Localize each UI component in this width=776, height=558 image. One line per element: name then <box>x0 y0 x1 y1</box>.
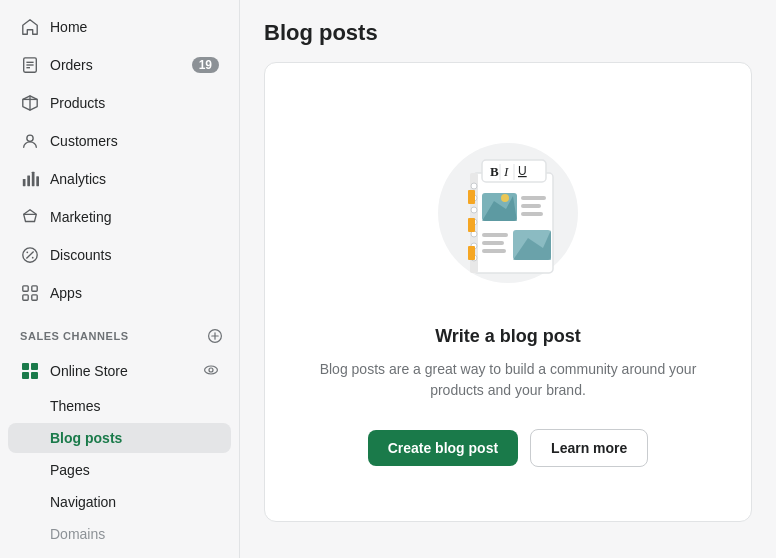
sub-nav-navigation[interactable]: Navigation <box>8 487 231 517</box>
svg-point-32 <box>471 183 477 189</box>
learn-more-button[interactable]: Learn more <box>530 429 648 467</box>
svg-point-15 <box>32 257 34 259</box>
svg-rect-48 <box>482 241 504 245</box>
svg-rect-23 <box>22 363 29 370</box>
sidebar-item-customers-label: Customers <box>50 133 118 149</box>
svg-rect-18 <box>23 295 28 300</box>
svg-point-28 <box>209 368 213 372</box>
svg-text:I: I <box>503 164 509 179</box>
marketing-icon <box>20 207 40 227</box>
sub-nav-preferences[interactable]: Preferences <box>8 551 231 558</box>
empty-state-card: B I U Write a blog post Blog posts are a… <box>264 62 752 522</box>
svg-point-34 <box>471 207 477 213</box>
empty-state-description: Blog posts are a great way to build a co… <box>318 359 698 401</box>
sidebar-item-discounts-label: Discounts <box>50 247 111 263</box>
sidebar-item-analytics[interactable]: Analytics <box>8 161 231 197</box>
svg-rect-42 <box>521 196 546 200</box>
sidebar-item-marketing[interactable]: Marketing <box>8 199 231 235</box>
customers-icon <box>20 131 40 151</box>
eye-icon[interactable] <box>203 362 219 381</box>
svg-rect-10 <box>32 172 35 186</box>
svg-text:B: B <box>490 164 499 179</box>
sidebar-item-orders-label: Orders <box>50 57 93 73</box>
sub-nav-navigation-label: Navigation <box>50 494 116 510</box>
orders-icon <box>20 55 40 75</box>
analytics-icon <box>20 169 40 189</box>
svg-rect-26 <box>31 372 38 379</box>
sales-channels-label: SALES CHANNELS <box>20 330 203 342</box>
sidebar-item-home-label: Home <box>50 19 87 35</box>
empty-state-title: Write a blog post <box>435 326 581 347</box>
blog-illustration: B I U <box>418 118 598 298</box>
page-title: Blog posts <box>264 20 752 46</box>
svg-rect-16 <box>23 286 28 291</box>
svg-rect-24 <box>31 363 38 370</box>
online-store-icon <box>20 361 40 381</box>
sub-nav-blog-posts-label: Blog posts <box>50 430 122 446</box>
sub-nav-pages-label: Pages <box>50 462 90 478</box>
svg-point-27 <box>205 366 218 374</box>
sidebar-item-apps-label: Apps <box>50 285 82 301</box>
sidebar-item-home[interactable]: Home <box>8 9 231 45</box>
main-content: Blog posts <box>240 0 776 558</box>
svg-rect-11 <box>36 176 39 186</box>
svg-rect-25 <box>22 372 29 379</box>
svg-point-7 <box>27 135 33 141</box>
orders-badge: 19 <box>192 57 219 73</box>
svg-rect-8 <box>23 179 26 186</box>
sidebar-item-analytics-label: Analytics <box>50 171 106 187</box>
home-icon <box>20 17 40 37</box>
svg-rect-19 <box>32 295 37 300</box>
svg-rect-56 <box>468 190 475 204</box>
sub-nav-domains-label: Domains <box>50 526 105 542</box>
create-blog-post-button[interactable]: Create blog post <box>368 430 518 466</box>
online-store-label: Online Store <box>50 363 128 379</box>
sub-nav-themes-label: Themes <box>50 398 101 414</box>
sub-nav: Themes Blog posts Pages Navigation Domai… <box>0 390 239 558</box>
sidebar-item-orders[interactable]: Orders 19 <box>8 47 231 83</box>
sub-nav-domains: Domains <box>8 519 231 549</box>
sidebar-item-marketing-label: Marketing <box>50 209 111 225</box>
sidebar-item-customers[interactable]: Customers <box>8 123 231 159</box>
svg-rect-47 <box>482 233 508 237</box>
discounts-icon <box>20 245 40 265</box>
svg-rect-58 <box>468 246 475 260</box>
svg-rect-17 <box>32 286 37 291</box>
apps-icon <box>20 283 40 303</box>
add-channel-button[interactable] <box>203 324 227 348</box>
sidebar-item-products[interactable]: Products <box>8 85 231 121</box>
products-icon <box>20 93 40 113</box>
sub-nav-blog-posts[interactable]: Blog posts <box>8 423 231 453</box>
sidebar-item-products-label: Products <box>50 95 105 111</box>
sidebar: Home Orders 19 Products <box>0 0 240 558</box>
svg-rect-43 <box>521 204 541 208</box>
svg-rect-44 <box>521 212 543 216</box>
sub-nav-themes[interactable]: Themes <box>8 391 231 421</box>
sidebar-item-discounts[interactable]: Discounts <box>8 237 231 273</box>
svg-point-41 <box>501 194 509 202</box>
svg-rect-9 <box>27 175 30 186</box>
svg-text:U: U <box>518 164 527 178</box>
action-buttons: Create blog post Learn more <box>368 429 649 467</box>
sidebar-item-apps[interactable]: Apps <box>8 275 231 311</box>
sub-nav-pages[interactable]: Pages <box>8 455 231 485</box>
svg-rect-57 <box>468 218 475 232</box>
online-store-item[interactable]: Online Store <box>8 353 231 389</box>
svg-point-14 <box>26 251 28 253</box>
svg-rect-49 <box>482 249 506 253</box>
sales-channels-header: SALES CHANNELS <box>0 316 239 352</box>
